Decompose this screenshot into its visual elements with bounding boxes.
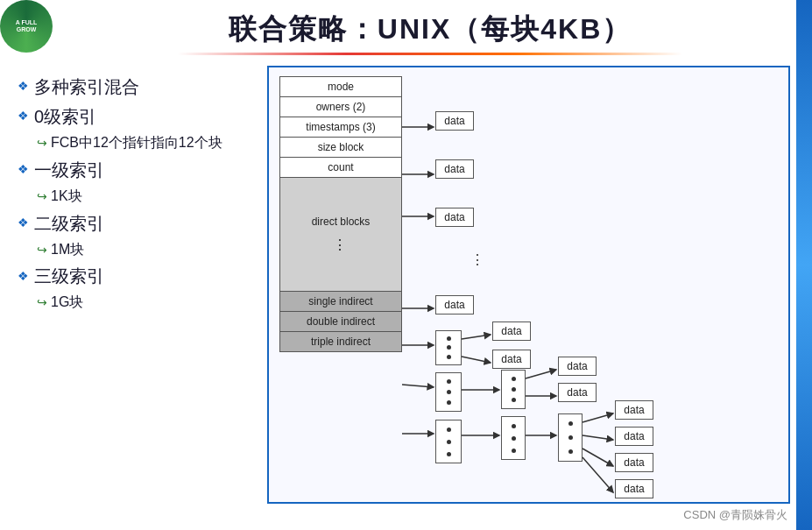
bullet-main-1: ❖ 0级索引	[18, 104, 254, 129]
page-title: 联合策略：UNIX（每块4KB）	[70, 11, 790, 49]
inode-row-owners: owners (2)	[279, 96, 402, 117]
bullet-sub-1: ↪ 1K块	[37, 187, 254, 206]
attribution: CSDN @青陨姝骨火	[683, 507, 787, 523]
title-area: 联合策略：UNIX（每块4KB）	[70, 11, 790, 55]
data-triple-3: data	[615, 453, 653, 472]
bullet-main-2: ❖ 一级索引	[18, 158, 254, 182]
ptr-box-single	[435, 330, 462, 365]
inode-row-triple: triple indirect	[279, 331, 402, 352]
title-underline	[178, 53, 681, 55]
svg-line-15	[583, 435, 613, 440]
ptr-box-double-2	[501, 370, 526, 409]
svg-line-7	[402, 385, 434, 387]
list-item: ↪ FCB中12个指针指向12个块	[18, 134, 254, 152]
svg-line-17	[583, 457, 613, 492]
data-box-2: data	[435, 159, 474, 179]
svg-line-14	[583, 413, 613, 422]
svg-line-5	[462, 335, 491, 339]
dots-direct: ⋮	[470, 251, 484, 268]
data-box-3: data	[435, 208, 474, 227]
inode-row-timestamps: timestamps (3)	[279, 117, 402, 137]
data-triple-2: data	[615, 427, 653, 446]
list-item: ↪ 1G块	[18, 293, 254, 312]
inode-row-mode: mode	[279, 76, 402, 96]
data-double-1: data	[558, 357, 597, 376]
bullet-sub-2: ↪ 1M块	[37, 241, 254, 259]
list-item: ❖ 一级索引	[18, 158, 254, 182]
bullet-main-4: ❖ 三级索引	[18, 264, 254, 288]
bullet-sub-0: ↪ FCB中12个指针指向12个块	[37, 134, 254, 152]
data-triple-1: data	[615, 400, 653, 420]
data-triple-4: data	[615, 479, 653, 498]
right-decoration-bar	[796, 0, 812, 530]
logo-circle: A FULLGROW	[0, 0, 53, 53]
bullet-diamond: ❖	[18, 161, 29, 179]
bullet-diamond: ❖	[18, 78, 29, 95]
data-box-1: data	[435, 111, 474, 131]
svg-line-6	[462, 357, 491, 363]
left-panel: ❖ 多种索引混合 ❖ 0级索引 ↪ FCB中12个指针指向12个块 ❖ 一级索引	[13, 66, 258, 504]
inode-row-single: single indirect	[279, 291, 402, 311]
bullet-sub-3: ↪ 1G块	[37, 293, 254, 312]
inode-row-count: count	[279, 157, 402, 177]
ptr-box-triple-1	[435, 420, 462, 463]
logo-area: A FULLGROW	[0, 0, 61, 61]
bullet-main-0: ❖ 多种索引混合	[18, 74, 254, 99]
sub-arrow-icon: ↪	[37, 242, 47, 259]
list-item: ↪ 1K块	[18, 187, 254, 206]
svg-line-9	[526, 370, 556, 378]
inode-row-double: double indirect	[279, 311, 402, 331]
bullet-diamond: ❖	[18, 108, 29, 125]
inode-table: mode owners (2) timestamps (3) size bloc…	[279, 76, 402, 352]
list-item: ❖ 二级索引	[18, 211, 254, 236]
list-item: ❖ 0级索引	[18, 104, 254, 129]
list-item: ❖ 多种索引混合	[18, 74, 254, 99]
data-double-2: data	[558, 383, 597, 402]
ptr-box-triple-2	[501, 416, 526, 460]
bullet-diamond: ❖	[18, 215, 29, 232]
bullet-main-3: ❖ 二级索引	[18, 211, 254, 236]
data-single-2: data	[492, 350, 531, 369]
data-box-last-direct: data	[435, 295, 474, 314]
inode-row-direct: direct blocks ⋮	[279, 177, 402, 291]
data-single-1: data	[492, 322, 531, 341]
ptr-box-double-1	[435, 372, 462, 412]
diagram-panel: mode owners (2) timestamps (3) size bloc…	[267, 66, 790, 504]
svg-line-16	[583, 449, 613, 466]
list-item: ↪ 1M块	[18, 241, 254, 259]
sub-arrow-icon: ↪	[37, 135, 47, 152]
inode-row-size: size block	[279, 137, 402, 157]
bullet-diamond: ❖	[18, 268, 29, 286]
sub-arrow-icon: ↪	[37, 294, 47, 312]
list-item: ❖ 三级索引	[18, 264, 254, 288]
ptr-box-triple-3	[558, 413, 583, 462]
content-area: ❖ 多种索引混合 ❖ 0级索引 ↪ FCB中12个指针指向12个块 ❖ 一级索引	[13, 66, 790, 504]
sub-arrow-icon: ↪	[37, 188, 47, 206]
